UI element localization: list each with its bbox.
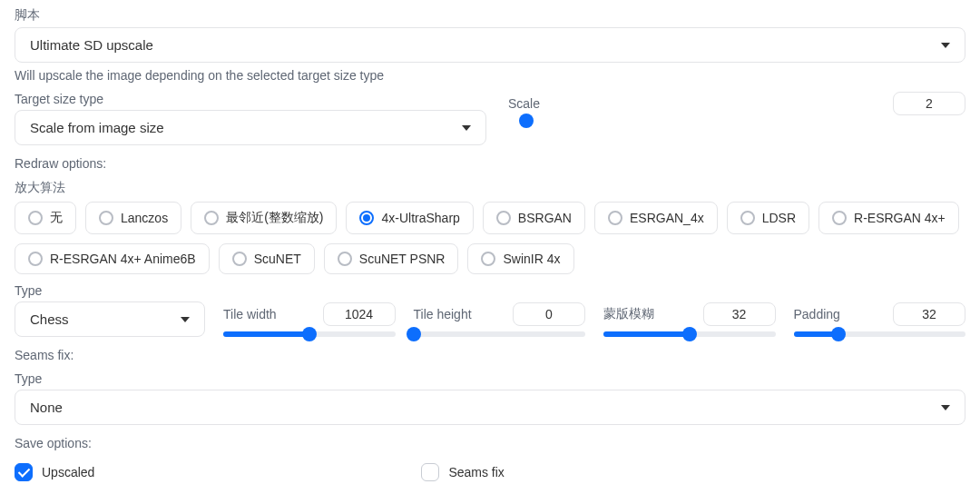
upscaler-radio-option[interactable]: 最邻近(整数缩放) [191,202,337,234]
upscaler-radio-option[interactable]: SwinIR 4x [467,243,573,274]
upscaler-radio-option[interactable]: ESRGAN_4x [594,202,718,234]
upscaler-radio-label: SwinIR 4x [503,252,560,266]
upscaler-radio-label: R-ESRGAN 4x+ [854,211,946,225]
chevron-down-icon [181,317,190,322]
upscaler-radio-label: Lanczos [121,211,168,225]
target-size-dropdown[interactable]: Scale from image size [15,110,486,145]
type-dropdown[interactable]: Chess [15,301,205,337]
chevron-down-icon [941,405,950,410]
upscaler-radio-label: 最邻近(整数缩放) [226,210,323,226]
upscaler-radio-option[interactable]: R-ESRGAN 4x+ [818,202,959,234]
upscaler-radio-label: BSRGAN [518,211,572,225]
type-label: Type [15,283,205,298]
radio-icon [608,211,622,225]
script-label: 脚本 [15,7,965,24]
target-size-label: Target size type [15,92,486,106]
seams-fix-checkbox[interactable]: Seams fix [421,463,504,481]
upscaler-radio-option[interactable]: R-ESRGAN 4x+ Anime6B [15,243,210,274]
upscaler-radio-option[interactable]: 4x-UltraSharp [346,202,473,234]
radio-icon [28,211,43,225]
upscaler-radio-option[interactable]: Lanczos [85,202,181,234]
type-value: Chess [30,311,69,327]
tile-height-slider[interactable] [414,331,586,337]
padding-label: Padding [794,307,840,321]
upscaler-radio-label: ESRGAN_4x [630,211,704,225]
padding-value[interactable]: 32 [893,302,965,326]
upscaled-checkbox[interactable]: Upscaled [15,463,94,481]
mask-blur-value[interactable]: 32 [703,302,776,326]
seams-fix-label: Seams fix: [15,348,965,362]
upscaler-radio-label: ScuNET PSNR [359,252,446,266]
radio-icon [496,211,511,225]
mask-blur-label: 蒙版模糊 [603,306,654,322]
upscaler-radio-option[interactable]: BSRGAN [483,202,585,234]
checkbox-box [421,463,439,481]
radio-icon [481,252,495,266]
radio-icon [832,211,847,225]
upscaled-checkbox-label: Upscaled [42,465,94,479]
tile-width-slider[interactable] [223,331,396,337]
slider-thumb[interactable] [407,327,421,341]
script-value: Ultimate SD upscale [30,37,153,53]
upscaler-radio-label: 4x-UltraSharp [381,211,459,225]
tile-height-value[interactable]: 0 [513,302,585,326]
script-dropdown[interactable]: Ultimate SD upscale [15,27,965,63]
radio-icon [359,211,374,225]
seams-type-value: None [30,400,63,415]
slider-thumb[interactable] [831,327,846,341]
radio-icon [28,252,43,266]
upscaler-radio-option[interactable]: ScuNET PSNR [324,243,459,274]
scale-label: Scale [508,96,540,111]
script-helper: Will upscale the image depending on the … [15,68,965,83]
seams-fix-checkbox-label: Seams fix [448,465,504,479]
chevron-down-icon [941,43,950,48]
upscaler-radio-label: 无 [50,210,63,226]
radio-icon [204,211,219,225]
seams-type-dropdown[interactable]: None [15,390,965,425]
upscaler-radio-label: ScuNET [254,252,301,266]
save-options-label: Save options: [15,436,965,450]
upscaler-radio-option[interactable]: LDSR [727,202,809,234]
upscaler-label: 放大算法 [15,180,965,196]
tile-height-label: Tile height [414,307,472,321]
checkbox-box [15,463,33,481]
radio-icon [99,211,113,225]
mask-blur-slider[interactable] [603,331,776,337]
seams-type-label: Type [15,371,965,386]
radio-icon [232,252,247,266]
scale-value[interactable]: 2 [893,92,965,115]
target-size-value: Scale from image size [30,120,164,135]
upscaler-radio-option[interactable]: ScuNET [219,243,315,274]
slider-thumb[interactable] [682,327,697,341]
redraw-label: Redraw options: [15,156,965,171]
upscaler-radio-option[interactable]: 无 [15,202,76,234]
upscaler-radio-group: 无Lanczos最邻近(整数缩放)4x-UltraSharpBSRGANESRG… [15,202,965,274]
radio-icon [338,252,352,266]
radio-icon [740,211,755,225]
chevron-down-icon [462,125,471,131]
tile-width-label: Tile width [223,307,277,321]
upscaler-radio-label: R-ESRGAN 4x+ Anime6B [50,252,196,266]
padding-slider[interactable] [794,331,966,337]
tile-width-value[interactable]: 1024 [323,302,396,326]
upscaler-radio-label: LDSR [762,211,796,225]
slider-thumb[interactable] [519,114,534,128]
slider-thumb[interactable] [302,327,317,341]
